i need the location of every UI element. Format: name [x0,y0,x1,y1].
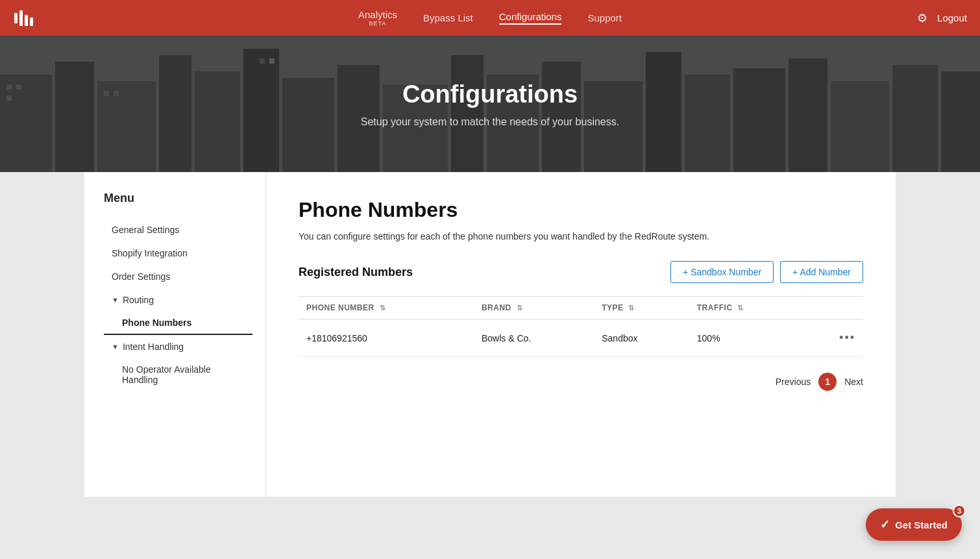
svg-rect-25 [6,84,12,90]
svg-rect-14 [451,55,484,172]
cell-phone: +18106921560 [299,319,474,357]
col-traffic: TRAFFIC ⇅ [689,297,805,319]
gear-icon[interactable]: ⚙ [917,11,927,25]
sidebar-item-shopify-integration[interactable]: Shopify Integration [104,242,252,265]
row-actions-button[interactable]: ••• [839,331,855,344]
page-title: Phone Numbers [299,198,863,222]
previous-button[interactable]: Previous [776,377,811,387]
sidebar-title: Menu [104,192,252,205]
nav-configurations[interactable]: Configurations [499,11,562,25]
current-page-number[interactable]: 1 [818,373,837,391]
check-icon: ✓ [880,517,890,532]
nav-analytics[interactable]: Analytics BETA [358,9,397,27]
registered-numbers-header: Registered Numbers + Sandbox Number + Ad… [299,261,863,283]
svg-rect-11 [282,78,334,172]
svg-rect-28 [104,91,109,96]
col-phone-number: PHONE NUMBER ⇅ [299,297,474,319]
navbar-logo[interactable] [13,8,34,29]
add-number-button[interactable]: + Add Number [780,261,863,283]
sidebar-sub-item-no-operator[interactable]: No Operator Available Handling [104,358,252,391]
svg-rect-8 [159,55,191,172]
svg-rect-30 [260,58,265,64]
sidebar-sub-item-phone-numbers[interactable]: Phone Numbers [104,312,252,335]
chevron-down-icon: ▼ [112,343,119,351]
svg-rect-26 [16,84,21,90]
svg-rect-10 [243,49,279,172]
col-actions [805,297,863,319]
pagination: Previous 1 Next [299,373,863,391]
sidebar-section-intent-handling[interactable]: ▼ Intent Handling [104,335,252,358]
hero-title: Configurations [402,81,578,108]
next-button[interactable]: Next [844,377,863,387]
svg-rect-2 [25,15,28,26]
sidebar-section-routing[interactable]: ▼ Routing [104,288,252,312]
logout-button[interactable]: Logout [937,12,967,23]
cell-type: Sandbox [594,319,689,357]
svg-rect-23 [892,65,938,172]
svg-rect-24 [941,71,980,172]
col-brand: BRAND ⇅ [474,297,594,319]
main-panel: Phone Numbers You can configure settings… [266,172,896,497]
sort-icon[interactable]: ⇅ [380,304,386,312]
svg-rect-18 [646,52,681,172]
svg-rect-0 [14,13,18,23]
sort-icon[interactable]: ⇅ [517,304,523,312]
registered-numbers-label: Registered Numbers [299,266,413,279]
navbar-right: ⚙ Logout [917,11,967,25]
svg-rect-6 [55,62,94,172]
svg-rect-3 [30,18,33,26]
svg-rect-31 [269,58,275,64]
nav-support[interactable]: Support [587,12,622,23]
table-header-row: PHONE NUMBER ⇅ BRAND ⇅ TYPE ⇅ TRAFFIC ⇅ [299,297,863,319]
svg-rect-22 [831,81,889,172]
get-started-button[interactable]: ✓ Get Started 3 [866,508,962,541]
get-started-label: Get Started [895,519,948,530]
svg-rect-21 [789,58,827,172]
svg-rect-29 [114,91,119,96]
hero-subtitle: Setup your system to match the needs of … [361,116,619,128]
svg-rect-20 [733,68,785,172]
cell-brand: Bowls & Co. [474,319,594,357]
hero-section: Configurations Setup your system to matc… [0,36,980,172]
page-description: You can configure settings for each of t… [299,231,863,242]
button-group: + Sandbox Number + Add Number [670,261,863,283]
svg-rect-27 [6,95,12,101]
svg-rect-1 [19,10,23,26]
sort-icon[interactable]: ⇅ [737,304,744,312]
chevron-down-icon: ▼ [112,296,119,304]
svg-rect-9 [195,71,240,172]
sidebar-item-general-settings[interactable]: General Settings [104,218,252,242]
col-type: TYPE ⇅ [594,297,689,319]
numbers-table: PHONE NUMBER ⇅ BRAND ⇅ TYPE ⇅ TRAFFIC ⇅ [299,296,863,357]
sort-icon[interactable]: ⇅ [628,304,635,312]
cell-actions: ••• [805,319,863,357]
sidebar-item-order-settings[interactable]: Order Settings [104,265,252,288]
sidebar: Menu General Settings Shopify Integratio… [84,172,266,497]
table-row: +18106921560 Bowls & Co. Sandbox 100% ••… [299,319,863,357]
content-area: Menu General Settings Shopify Integratio… [84,172,896,497]
nav-bypass-list[interactable]: Bypass List [423,12,473,23]
cell-traffic: 100% [689,319,805,357]
get-started-badge: 3 [953,504,966,517]
svg-rect-19 [685,75,730,172]
navbar-links: Analytics BETA Bypass List Configuration… [358,9,622,27]
navbar: Analytics BETA Bypass List Configuration… [0,0,980,36]
sandbox-number-button[interactable]: + Sandbox Number [670,261,774,283]
